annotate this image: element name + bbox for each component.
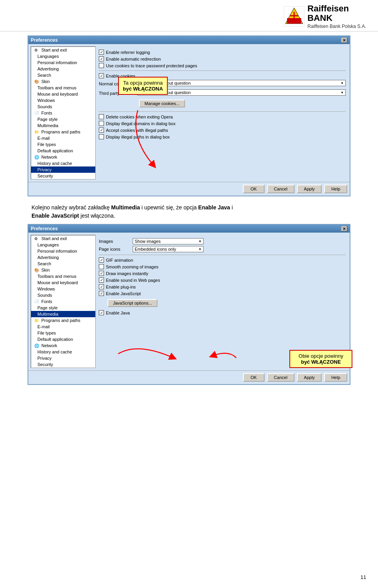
- sidebar1-multimedia[interactable]: Multimedia: [31, 122, 95, 129]
- dialog2-apply-button[interactable]: Apply: [297, 373, 322, 382]
- programs-icon: 📁: [34, 130, 40, 134]
- sidebar2-programs-icon: 📁: [34, 318, 40, 323]
- sidebar2-security[interactable]: Security: [31, 361, 95, 368]
- sidebar2-programs[interactable]: 📁 Programs and paths: [31, 317, 95, 324]
- sidebar2-start-exit[interactable]: ⚙ Start and exit: [31, 235, 95, 242]
- sidebar1-network[interactable]: 🌐 Network: [31, 154, 95, 160]
- sidebar1-skin[interactable]: 🎨 Skin: [31, 78, 95, 85]
- sidebar1-privacy-label: Privacy: [37, 167, 52, 172]
- sidebar2-network[interactable]: 🌐 Network: [31, 342, 95, 349]
- sidebar1-email[interactable]: E-mail: [31, 135, 95, 141]
- between-text-part3: i: [230, 204, 233, 211]
- normal-cookies-dropdown[interactable]: Accept all without question ▼: [137, 80, 346, 86]
- sidebar2-advertising[interactable]: Advertising: [31, 254, 95, 261]
- icons-dropdown[interactable]: Embedded icons only ▼: [133, 246, 204, 252]
- trace-password-checkbox[interactable]: [99, 63, 104, 68]
- tooltip2-line1: Obie opcje powinny: [298, 353, 343, 359]
- referrer-logging-checkbox[interactable]: [99, 50, 104, 55]
- dialog2-close-button[interactable]: ✕: [341, 226, 347, 231]
- sidebar2-fonts[interactable]: 📄 Fonts: [31, 298, 95, 305]
- dialog1-ok-button[interactable]: OK: [243, 185, 265, 193]
- dialog1-close-button[interactable]: ✕: [341, 37, 347, 43]
- dialog2-cancel-button[interactable]: Cancel: [267, 373, 295, 382]
- tooltip1-box: Ta opcja powinna być WŁĄCZONA: [118, 77, 168, 95]
- dialog1-help-button[interactable]: Help: [324, 185, 347, 193]
- sidebar1-toolbars[interactable]: Toolbars and menus: [31, 85, 95, 91]
- sidebar1-file-types[interactable]: File types: [31, 141, 95, 148]
- dialog2-titlebar: Preferences ✕: [28, 225, 350, 233]
- auto-redirect-checkbox[interactable]: [99, 56, 104, 61]
- sidebar2-toolbars[interactable]: Toolbars and menus: [31, 273, 95, 279]
- dialog1-apply-button[interactable]: Apply: [297, 185, 322, 193]
- sidebar2-skin[interactable]: 🎨 Skin: [31, 267, 95, 273]
- sidebar1-personal-info[interactable]: Personal information: [31, 59, 95, 66]
- enable-plugins-checkbox[interactable]: [99, 284, 104, 289]
- enable-js-checkbox[interactable]: [99, 291, 104, 296]
- sidebar1-advertising[interactable]: Advertising: [31, 66, 95, 72]
- third-party-arrow: ▼: [341, 91, 344, 94]
- between-text-line2-rest: jest włączona.: [79, 213, 115, 219]
- sidebar2-email[interactable]: E-mail: [31, 324, 95, 330]
- gif-animation-checkbox[interactable]: [99, 257, 104, 263]
- dialog1-footer: OK Cancel Apply Help: [28, 182, 350, 196]
- illegal-domains-row: Display illegal domains in dialog box: [99, 121, 346, 126]
- auto-redirect-row: Enable automatic redirection: [99, 56, 346, 61]
- images-dropdown[interactable]: Show images ▼: [133, 238, 204, 244]
- images-dropdown-arrow: ▼: [198, 240, 202, 243]
- sidebar2-history[interactable]: History and cache: [31, 349, 95, 355]
- sidebar2-default-app[interactable]: Default application: [31, 336, 95, 342]
- sidebar2-page-style[interactable]: Page style: [31, 305, 95, 311]
- dialog1-sidebar: ⚙ Start and exit Languages Personal info…: [31, 46, 96, 179]
- sidebar1-history-label: History and cache: [37, 161, 72, 166]
- sidebar1-sounds[interactable]: Sounds: [31, 104, 95, 110]
- sidebar1-search[interactable]: Search: [31, 72, 95, 78]
- between-text-part1: Kolejno należy wybrać zakładkę: [32, 204, 111, 211]
- sidebar1-programs[interactable]: 📁 Programs and paths: [31, 129, 95, 135]
- trace-password-label: Use cookies to trace password protected …: [106, 63, 197, 68]
- display-illegal-paths-checkbox[interactable]: [99, 134, 104, 139]
- sidebar2-windows[interactable]: Windows: [31, 286, 95, 292]
- sidebar1-windows[interactable]: Windows: [31, 97, 95, 104]
- dialog1-cancel-button[interactable]: Cancel: [267, 185, 295, 193]
- sidebar1-history[interactable]: History and cache: [31, 160, 95, 166]
- sidebar1-fonts[interactable]: 📄 Fonts: [31, 110, 95, 116]
- enable-java-checkbox[interactable]: [99, 310, 104, 315]
- referrer-logging-row: Enable referrer logging: [99, 50, 346, 55]
- illegal-paths-checkbox[interactable]: [99, 128, 104, 133]
- sidebar1-default-app[interactable]: Default application: [31, 148, 95, 154]
- enable-cookies-checkbox[interactable]: [99, 73, 104, 78]
- sidebar2-mouse-keyboard[interactable]: Mouse and keyboard: [31, 279, 95, 286]
- sidebar2-sounds[interactable]: Sounds: [31, 292, 95, 298]
- manage-cookies-button[interactable]: Manage cookies...: [139, 100, 185, 107]
- draw-images-checkbox[interactable]: [99, 271, 104, 276]
- logo-text: Raiffeisen BANK Raiffeisen Bank Polska S…: [308, 4, 366, 29]
- sidebar2-privacy[interactable]: Privacy: [31, 355, 95, 361]
- sidebar1-page-style-label: Page style: [37, 117, 57, 122]
- sidebar1-privacy[interactable]: Privacy: [31, 166, 95, 173]
- javascript-options-button[interactable]: JavaScript options...: [107, 299, 158, 307]
- sidebar2-privacy-label: Privacy: [37, 356, 52, 361]
- sidebar1-mouse-keyboard[interactable]: Mouse and keyboard: [31, 91, 95, 97]
- delete-cookies-checkbox[interactable]: [99, 114, 104, 119]
- separator1: [99, 70, 346, 71]
- sidebar2-security-label: Security: [37, 362, 53, 367]
- dialog2-ok-button[interactable]: OK: [243, 373, 265, 382]
- illegal-domains-checkbox[interactable]: [99, 121, 104, 126]
- dialog2-help-button[interactable]: Help: [324, 373, 347, 382]
- sidebar1-page-style[interactable]: Page style: [31, 116, 95, 122]
- sidebar1-languages[interactable]: Languages: [31, 53, 95, 59]
- sidebar2-file-types[interactable]: File types: [31, 330, 95, 336]
- smooth-zoom-checkbox[interactable]: [99, 264, 104, 269]
- sidebar2-languages[interactable]: Languages: [31, 242, 95, 248]
- icons-dropdown-arrow: ▼: [198, 248, 202, 251]
- fonts-icon: 📄: [34, 111, 40, 115]
- sidebar1-network-label: Network: [41, 155, 57, 159]
- sidebar2-search[interactable]: Search: [31, 261, 95, 267]
- third-party-dropdown[interactable]: Accept all without question ▼: [137, 89, 346, 96]
- sidebar2-multimedia[interactable]: Multimedia: [31, 311, 95, 317]
- sidebar2-personal-info[interactable]: Personal information: [31, 248, 95, 254]
- sidebar1-start-exit[interactable]: ⚙ Start and exit: [31, 47, 95, 53]
- enable-sound-checkbox[interactable]: [99, 277, 104, 283]
- sidebar1-security[interactable]: Security: [31, 173, 95, 179]
- auto-redirect-label: Enable automatic redirection: [106, 57, 161, 61]
